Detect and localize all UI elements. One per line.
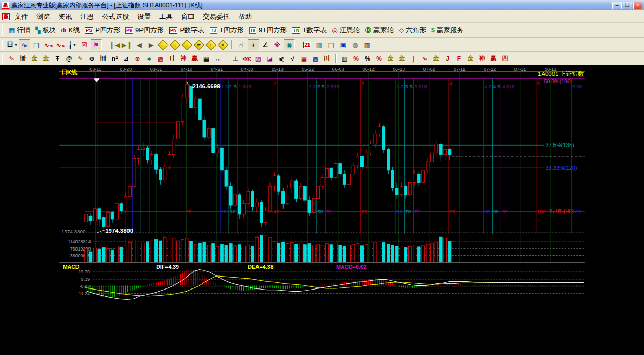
tool-cycle-tool[interactable]: ◉ (284, 39, 295, 50)
tool-hand-tool[interactable]: ☝ (236, 39, 247, 50)
toolbar-button-hexagon[interactable]: ◇六角形 (396, 24, 429, 36)
tool-ying-tool[interactable]: 赢 (189, 53, 200, 64)
tool-period-day[interactable]: 日▼ (6, 39, 18, 50)
tool-flag-tool[interactable]: ⚑ (91, 39, 102, 50)
toolbar-grip[interactable] (2, 40, 4, 49)
tool-ruler-grid[interactable]: ▦ (201, 53, 212, 64)
tool-si-angle[interactable]: 四 (499, 53, 510, 64)
tool-k-mark[interactable]: 〢 (166, 53, 177, 64)
tool-gold-angle[interactable]: 金 (465, 53, 476, 64)
tool-zoom-in[interactable]: + (205, 39, 217, 50)
tool-browser[interactable]: ◍ (350, 39, 361, 50)
tool-gold-grid-2[interactable]: 金 (41, 53, 51, 64)
tool-grid-tool[interactable]: 卌 (18, 53, 29, 64)
tool-printer[interactable]: ▥ (362, 39, 373, 50)
tool-f-grid[interactable]: Ŧ (52, 53, 63, 64)
tool-fan-rays[interactable]: ⋞ (276, 53, 287, 64)
toolbar-button-quotes[interactable]: ▦行情 (6, 24, 33, 36)
toolbar-button-winner-service[interactable]: $赢家服务 (429, 24, 467, 36)
menu-资讯[interactable]: 资讯 (54, 11, 76, 22)
tool-blue-grid[interactable]: ▩ (310, 53, 321, 64)
tool-gold-line[interactable]: 金 (431, 53, 442, 64)
tool-beam-tool[interactable]: ⊥ (230, 53, 241, 64)
tool-ying-angle[interactable]: 赢 (488, 53, 499, 64)
tool-pen-tool[interactable]: ✎ (6, 53, 17, 64)
chart-area[interactable]: 03-1103-2003-3104-1004-2104-3005-1305-22… (0, 65, 644, 355)
menu-公式选股[interactable]: 公式选股 (98, 11, 133, 22)
tool-square-of-n[interactable]: n² (109, 53, 120, 64)
tool-first-page[interactable]: ❙◀ (109, 39, 121, 50)
tool-f-line[interactable]: F (454, 53, 465, 64)
tool-percent-line[interactable]: % (351, 53, 362, 64)
tool-pan-left[interactable]: ← (158, 39, 169, 50)
tool-gold-level[interactable]: 金 (396, 53, 407, 64)
menu-设置[interactable]: 设置 (133, 11, 155, 22)
tool-compress-chart[interactable]: ∿ (19, 39, 30, 50)
menu-浏览[interactable]: 浏览 (32, 11, 54, 22)
tool-pen-grid[interactable]: ✎ (75, 53, 86, 64)
title-bar[interactable]: 赢 赢家江恩专业版[赢家内部服务平台] - [上证指数 SH1A0001-111… (0, 0, 644, 10)
macd-title[interactable]: MACD (63, 264, 80, 270)
tool-spiral-tool[interactable]: @ (63, 53, 74, 64)
toolbar-button-9t-square[interactable]: T99T四方形 (247, 24, 290, 36)
tool-zoom-all[interactable]: × (217, 39, 229, 50)
tool-gann-shape[interactable]: ☒ (79, 39, 90, 50)
tool-compass-red[interactable]: ⊕ (132, 53, 143, 64)
toolbar-grip[interactable] (2, 25, 4, 35)
tool-net-grid[interactable]: ▩ (155, 53, 166, 64)
tool-expand-horizontal[interactable]: ↔ (182, 39, 193, 50)
tool-shen-tool[interactable]: 神 (178, 53, 189, 64)
tool-prev-bar[interactable]: ◀ (134, 39, 145, 50)
tool-gold-circle[interactable]: 金 (385, 53, 396, 64)
toolbar-button-gann-wheel[interactable]: ◎江恩轮 (329, 24, 362, 36)
tool-scale-tool[interactable]: ▥ (339, 53, 350, 64)
tool-marker-pen[interactable]: ⌡ (408, 53, 419, 64)
tool-angle-line[interactable]: ⊿ (121, 53, 132, 64)
menu-帮助[interactable]: 帮助 (234, 11, 256, 22)
tool-percent[interactable]: % (362, 53, 373, 64)
tool-angle-tool[interactable]: ∠ (260, 39, 271, 50)
kline-chart-canvas[interactable]: 03-1103-2003-3104-1004-2104-3005-1305-22… (0, 65, 644, 355)
tool-shen-angle[interactable]: 神 (476, 53, 487, 64)
toolbar-button-t-number-table[interactable]: TNT数字表 (289, 24, 329, 36)
tool-cycle-circle[interactable]: ⊕ (86, 53, 97, 64)
tool-wave-3[interactable]: ∿₃ (43, 39, 54, 50)
tool-crosshair-tool[interactable]: + (248, 39, 259, 50)
toolbar-button-kline[interactable]: ılıK线 (59, 24, 83, 36)
toolbar-button-winner-wheel[interactable]: Ⓑ赢家轮 (363, 24, 396, 36)
menu-文件[interactable]: 文件 (10, 11, 32, 22)
tool-star-grid[interactable]: ∗ (144, 53, 154, 64)
toolbar-button-p-square[interactable]: PSP四方形 (82, 24, 123, 36)
tool-compress-horizontal[interactable]: ⇄ (194, 39, 205, 50)
tool-tri-lines[interactable]: 〣 (321, 53, 332, 64)
menu-窗口[interactable]: 窗口 (177, 11, 199, 22)
tool-fan-lines[interactable]: ⋘ (241, 53, 252, 64)
tool-wave-9[interactable]: ∿₉ (55, 39, 66, 50)
tool-pan-right[interactable]: → (170, 39, 181, 50)
toolbar-grip[interactable] (2, 54, 4, 63)
toolbar-button-t-square[interactable]: T3T四方形 (207, 24, 246, 36)
menu-工具[interactable]: 工具 (155, 11, 177, 22)
tool-j-line[interactable]: J (442, 53, 453, 64)
toolbar-button-9p-square[interactable]: P99P四方形 (123, 24, 166, 36)
candle-style-dropdown-caret[interactable]: ▼ (73, 43, 76, 47)
close-button[interactable]: × (633, 2, 642, 9)
tool-save[interactable]: ▣ (338, 39, 349, 50)
tool-fan-grid[interactable]: ▨ (253, 53, 264, 64)
tool-percent-eq[interactable]: % (373, 53, 384, 64)
tool-candle-style[interactable]: ╽▼ (67, 39, 78, 50)
tool-pattern-tool[interactable]: ※ (272, 39, 283, 50)
toolbar-button-sectors[interactable]: ▚板块 (33, 24, 58, 36)
tool-info-panel[interactable]: ▤ (31, 39, 42, 50)
tool-shade-grid[interactable]: ◪ (264, 53, 275, 64)
tool-wave-tool[interactable]: ∿ (419, 53, 430, 64)
tool-gold-grid-1[interactable]: 金 (29, 53, 40, 64)
tool-next-bar[interactable]: ▶ (146, 39, 157, 50)
tool-tick-grid[interactable]: 卌 (98, 53, 109, 64)
tool-span-tool[interactable]: ↔ (212, 53, 223, 64)
tool-check-wave[interactable]: √ (287, 53, 298, 64)
menu-江恩[interactable]: 江恩 (76, 11, 98, 22)
tool-calendar[interactable]: 21 (302, 39, 313, 50)
period-day-dropdown-caret[interactable]: ▼ (14, 43, 18, 47)
tool-notes[interactable]: ▤ (326, 39, 337, 50)
